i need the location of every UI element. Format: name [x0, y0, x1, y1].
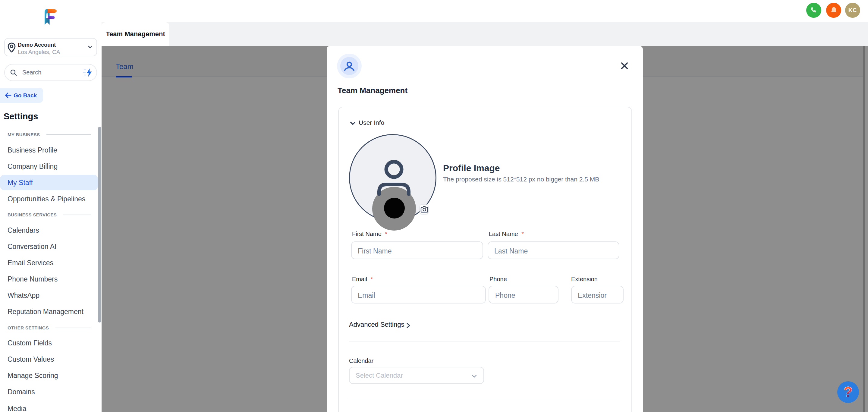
svg-text:?: ? — [844, 384, 852, 400]
